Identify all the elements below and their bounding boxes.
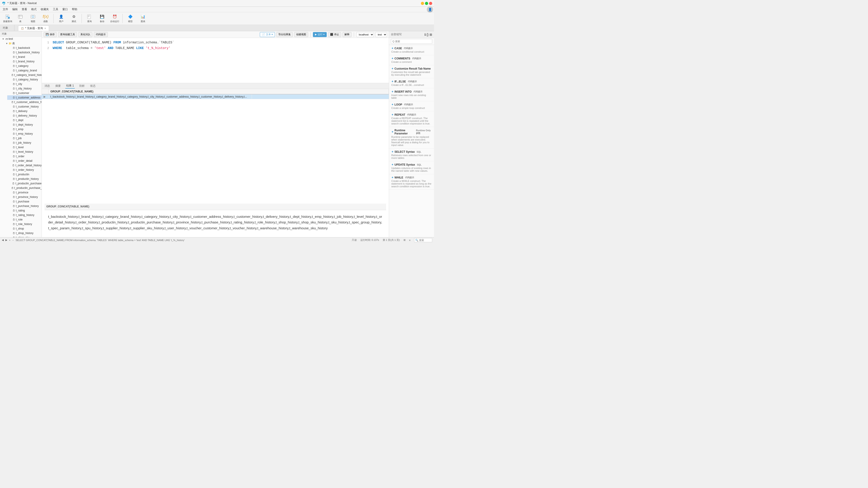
tree-table-t_brand[interactable]: ▶ 🗒 t_brand — [7, 55, 41, 59]
tree-table-t_dept[interactable]: ▶ 🗒 t_dept — [7, 118, 41, 122]
explain-button[interactable]: 解释 — [342, 32, 351, 37]
result-tab-profile[interactable]: 剖析 — [79, 84, 86, 88]
snippet-item-5[interactable]: ✦ LOOP 代码提示 Create a simple loop constru… — [389, 101, 434, 111]
snippet-item-6[interactable]: ✦ REPEAT 代码提示 Create a REPEAT construct.… — [389, 111, 434, 127]
result-tab-message[interactable]: 消息 — [43, 84, 51, 88]
query-tool-button[interactable]: 查询创建工具 — [58, 32, 77, 37]
tree-table-t_customer_address_history[interactable]: ▶ 🗒 t_customer_address_history — [7, 100, 41, 104]
nav-prev-btn[interactable]: ◀ — [2, 239, 4, 242]
tree-table-t_dept_history[interactable]: ▶ 🗒 t_dept_history — [7, 122, 41, 127]
text-mode-button[interactable]: 📄 文本 ▾ — [260, 32, 275, 37]
close-button[interactable] — [429, 2, 432, 5]
code-hint-button[interactable]: 代码提示 — [94, 32, 108, 37]
chart-button[interactable]: 📊 图表 — [137, 13, 149, 24]
autorun-button[interactable]: ⏰ 自动运行 — [109, 13, 121, 24]
database-select[interactable]: test — [375, 32, 387, 37]
tree-table-t_rating[interactable]: ▶ 🗒 t_rating — [7, 208, 41, 213]
tree-table-t_customer_address[interactable]: ▶ 🗒 t_customer_address — [7, 95, 41, 100]
model-button[interactable]: 🔷 模型 — [124, 13, 136, 24]
new-query-button[interactable]: + 新建查询 — [2, 13, 13, 24]
user-avatar[interactable]: 👤 — [427, 6, 433, 13]
info-icon[interactable]: ℹ — [425, 33, 426, 36]
tree-table-t_backstock[interactable]: ▶ 🗒 t_backstock — [7, 45, 41, 50]
tree-table-t_role[interactable]: ▶ 🗒 t_role — [7, 217, 41, 222]
tree-table-t_productin_history[interactable]: ▶ 🗒 t_productin_history — [7, 177, 41, 181]
tree-table-t_order_detail[interactable]: ▶ 🗒 t_order_detail — [7, 159, 41, 163]
menu-file[interactable]: 文件 — [1, 7, 10, 12]
menu-window[interactable]: 窗口 — [61, 7, 70, 12]
sql-editor[interactable]: 1 SELECT GROUP_CONCAT(TABLE_NAME) FROM i… — [42, 38, 389, 83]
tree-table-t_job[interactable]: ▶ 🗒 t_job — [7, 136, 41, 141]
tree-table-t_purchase_history[interactable]: ▶ 🗒 t_purchase_history — [7, 204, 41, 208]
tree-table-t_level_history[interactable]: ▶ 🗒 t_level_history — [7, 150, 41, 154]
menu-view[interactable]: 查看 — [20, 7, 29, 12]
tree-table-t_productin[interactable]: ▶ 🗒 t_productin — [7, 172, 41, 177]
search-input-statusbar[interactable] — [414, 238, 432, 242]
tree-table-t_order[interactable]: ▶ 🗒 t_order — [7, 154, 41, 159]
tree-table-t_category_brand_history[interactable]: ▶ 🗒 t_category_brand_history — [7, 73, 41, 77]
snippet-item-2[interactable]: ✦ Customize Result Tab Name Customize th… — [389, 65, 434, 78]
backup-button[interactable]: 💾 备份 — [96, 13, 108, 24]
tree-table-t_rating_history[interactable]: ▶ 🗒 t_rating_history — [7, 213, 41, 217]
menu-tools[interactable]: 工具 — [51, 7, 60, 12]
tree-table-t_customer_history[interactable]: ▶ 🗒 t_customer_history — [7, 104, 41, 109]
tree-table-t_province[interactable]: ▶ 🗒 t_province — [7, 190, 41, 195]
delete-row-btn[interactable]: − — [12, 239, 13, 242]
tree-table-t_delivery[interactable]: ▶ 🗒 t_delivery — [7, 109, 41, 114]
tree-table-t_city_history[interactable]: ▶ 🗒 t_city_history — [7, 86, 41, 91]
result-tab-result1[interactable]: 结果 1 — [65, 83, 75, 89]
tree-table-t_order_detail_history[interactable]: ▶ 🗒 t_order_detail_history — [7, 163, 41, 167]
minimize-button[interactable] — [421, 2, 424, 5]
tree-table-t_productin_purchase_history[interactable]: ▶ 🗒 t_productin_purchase_history — [7, 186, 41, 190]
maximize-button[interactable] — [425, 2, 428, 5]
settings-icon[interactable]: ⊞ — [430, 33, 432, 36]
add-row-btn[interactable]: + — [9, 239, 10, 242]
tree-table-t_customer[interactable]: ▶ 🗒 t_customer — [7, 91, 41, 95]
tree-table-t_shop_sku[interactable]: ▶ 🗒 t_shop_sku — [7, 236, 41, 237]
tree-table-t_job_history[interactable]: ▶ 🗒 t_job_history — [7, 141, 41, 145]
export-results-button[interactable]: 导出结果集 — [276, 32, 293, 37]
beautify-sql-button[interactable]: 美化SQL — [79, 32, 92, 37]
tree-table-t_province_history[interactable]: ▶ 🗒 t_province_history — [7, 195, 41, 199]
menu-format[interactable]: 格式 — [29, 7, 38, 12]
result-tab-summary[interactable]: 摘要 — [55, 84, 62, 88]
tree-table-t_productin_purchase[interactable]: ▶ 🗒 t_productin_purchase — [7, 181, 41, 186]
connection-select[interactable]: localhost — [356, 32, 374, 37]
query-tab[interactable]: 📋 * 无标题 - 查询 ✕ — [18, 26, 49, 31]
grid-row-1[interactable]: ▶ t_backstock_history,t_brand_history,t_… — [42, 94, 389, 99]
tree-table-t_order_history[interactable]: ▶ 🗒 t_order_history — [7, 167, 41, 172]
tree-table-t_purchase[interactable]: ▶ 🗒 t_purchase — [7, 199, 41, 204]
tree-table-t_category_history[interactable]: ▶ 🗒 t_category_history — [7, 77, 41, 82]
stop-button[interactable]: ⬛ 停止 — [328, 32, 341, 37]
table-button[interactable]: 表 — [14, 13, 26, 24]
snippet-item-10[interactable]: ✦ WHILE 代码提示 Create a WHILE construct. T… — [389, 174, 434, 190]
list-view-btn[interactable]: ≡ — [409, 239, 410, 242]
tree-table-t_category_brand[interactable]: ▶ 🗒 t_category_brand — [7, 68, 41, 73]
snippet-search-input[interactable] — [391, 39, 432, 44]
grid-view-btn[interactable]: ⊞ — [403, 239, 406, 242]
view-button[interactable]: 视图 — [27, 13, 39, 24]
tree-table-t_delivery_history[interactable]: ▶ 🗒 t_delivery_history — [7, 114, 41, 118]
tree-table-t_brand_history[interactable]: ▶ 🗒 t_brand_history — [7, 59, 41, 64]
code-icon[interactable]: {} — [427, 33, 429, 36]
snippet-item-0[interactable]: ✦ CASE 代码提示 Create a conditional constru… — [389, 45, 434, 55]
result-tab-status[interactable]: 状态 — [89, 84, 96, 88]
test-button[interactable]: ⚙ 测试 — [68, 13, 80, 24]
snippet-item-1[interactable]: ✦ COMMENTS 代码提示 Create a comment — [389, 55, 434, 65]
tree-table-t_emp[interactable]: ▶ 🗒 t_emp — [7, 127, 41, 131]
function-button[interactable]: f(x) 函数 — [40, 13, 52, 24]
tree-tables-group[interactable]: ▼ 📁 表 — [4, 41, 41, 45]
user-button[interactable]: 👤 用户 — [55, 13, 67, 24]
tree-table-t_shop[interactable]: ▶ 🗒 t_shop — [7, 226, 41, 231]
run-button[interactable]: ▶ 运行 ▾ — [313, 32, 327, 37]
tree-table-t_backstock_history[interactable]: ▶ 🗒 t_backstock_history — [7, 50, 41, 55]
menu-edit[interactable]: 编辑 — [10, 7, 20, 12]
tree-table-t_category[interactable]: ▶ 🗒 t_category — [7, 64, 41, 68]
create-view-button[interactable]: 创建视图 — [294, 32, 308, 37]
tree-root-test[interactable]: ▼ 🗃 test — [1, 37, 41, 41]
nav-next-btn[interactable]: ▶ — [5, 239, 7, 242]
tree-table-t_city[interactable]: ▶ 🗒 t_city — [7, 82, 41, 86]
tree-table-t_role_history[interactable]: ▶ 🗒 t_role_history — [7, 222, 41, 226]
tree-table-t_level[interactable]: ▶ 🗒 t_level — [7, 145, 41, 150]
tree-table-t_emp_history[interactable]: ▶ 🗒 t_emp_history — [7, 131, 41, 136]
